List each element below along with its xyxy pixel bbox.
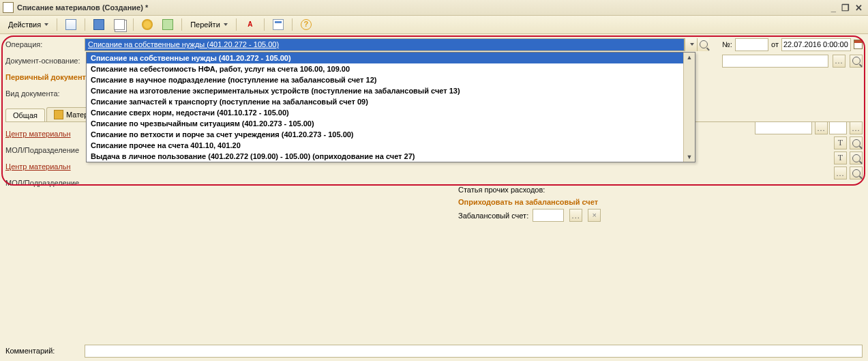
dropdown-item[interactable]: Списание запчастей к транспорту (поступл…	[87, 96, 695, 107]
dropdown-item[interactable]: Списание в научное подразделение (поступ…	[87, 74, 695, 85]
operation-label: Операция:	[5, 40, 85, 48]
window-title: Списание материалов (Создание) *	[17, 3, 148, 12]
dropdown-item[interactable]: Выдача в личное пользование (401.20.272 …	[87, 151, 695, 162]
search-icon	[852, 169, 860, 177]
disk-icon	[93, 19, 104, 30]
comment-label: Комментарий:	[5, 347, 85, 355]
aux-lookup-3[interactable]	[850, 167, 863, 179]
toolbar-separator	[292, 18, 293, 31]
aux-lookup-2[interactable]	[850, 151, 863, 164]
toolbar-separator	[181, 18, 182, 31]
obal-open-button[interactable]: ...	[569, 209, 582, 222]
doc-base-field[interactable]	[722, 55, 828, 68]
row-mol-2: МОЛ/Подразделение	[5, 175, 863, 190]
t-button-1[interactable]: T	[834, 136, 847, 149]
comment-row: Комментарий:	[5, 343, 863, 358]
stat-rash-label: Статья прочих расходов:	[458, 186, 545, 194]
document-icon	[65, 19, 76, 30]
dropdown-item[interactable]: Списание на изготовление экспериментальн…	[87, 85, 695, 96]
right-edge-controls: ... ... T T ...	[755, 121, 863, 179]
structure-button[interactable]	[158, 17, 177, 32]
ellipsis-icon: ...	[836, 169, 844, 177]
report-icon	[273, 19, 284, 30]
app-icon	[3, 2, 14, 13]
dropdown-item[interactable]: Списание по чрезвычайным ситуациям (401.…	[87, 118, 695, 129]
comment-field[interactable]	[85, 345, 863, 358]
toolbar-separator	[264, 18, 265, 31]
close-icon: ×	[592, 212, 596, 219]
center-mat-label: Центр материальн	[5, 130, 71, 138]
calendar-icon[interactable]	[854, 40, 863, 49]
form-content: Операция: Списание на собственные нужды …	[0, 34, 868, 190]
tab-materials-label: Матер	[66, 111, 88, 119]
aux-open-1b[interactable]: ...	[850, 121, 863, 134]
aux-field-1[interactable]	[755, 121, 812, 134]
primary-doc-label: Первичный документ	[5, 73, 86, 81]
doc-type-label: Вид документа:	[5, 89, 85, 98]
number-label: №:	[722, 40, 732, 48]
post-button[interactable]	[138, 17, 157, 32]
report-button[interactable]	[269, 17, 288, 32]
grid-icon	[54, 110, 63, 119]
operation-select[interactable]: Списание на собственные нужды (401.20.27…	[85, 38, 685, 51]
doc-base-open-button[interactable]: ...	[833, 55, 845, 68]
ellipsis-icon: ...	[835, 57, 843, 65]
restore-button[interactable]: ❐	[839, 3, 852, 13]
scroll-up-icon[interactable]: ▲	[687, 53, 693, 62]
operation-dropdown-button[interactable]	[685, 38, 697, 51]
scroll-down-icon[interactable]: ▼	[687, 152, 693, 162]
aux-lookup-1[interactable]	[850, 136, 863, 149]
aux-field-1b[interactable]	[829, 121, 847, 134]
tree-icon	[162, 19, 173, 30]
aux-open-1[interactable]: ...	[815, 121, 828, 134]
actions-menu[interactable]: Действия	[4, 18, 53, 31]
doc-base-label: Документ-основание:	[5, 57, 85, 65]
go-menu[interactable]: Перейти	[186, 18, 232, 31]
obal-account-label: Забалансовый счет:	[458, 212, 528, 220]
mid-right-block: Статья прочих расходов: Оприходовать на …	[458, 183, 601, 222]
new-button[interactable]	[61, 17, 80, 32]
chevron-down-icon	[44, 23, 48, 26]
help-button[interactable]: ?	[297, 17, 316, 32]
copy-icon	[114, 19, 125, 30]
minimize-button[interactable]: _	[828, 3, 839, 13]
dropdown-item[interactable]: Списание на себестоимость НФА, работ, ус…	[87, 63, 695, 74]
search-icon	[852, 57, 860, 65]
go-label: Перейти	[190, 20, 220, 29]
doc-base-lookup-button[interactable]	[850, 55, 863, 68]
tab-general[interactable]: Общая	[5, 109, 45, 121]
operation-dropdown-list[interactable]: Списание на собственные нужды (401.20.27…	[86, 52, 695, 162]
copy-button[interactable]	[110, 17, 129, 32]
title-bar: Списание материалов (Создание) * _ ❐ ✕	[0, 0, 868, 16]
ellipsis-icon: ...	[817, 124, 825, 132]
obal-account-field[interactable]	[533, 209, 564, 222]
obal-clear-button[interactable]: ×	[588, 209, 601, 222]
t-button-2[interactable]: T	[834, 151, 847, 164]
ellipsis-icon: ...	[572, 212, 580, 220]
dropdown-item[interactable]: Списание по ветхости и порче за счет учр…	[87, 129, 695, 140]
save-button[interactable]	[89, 17, 108, 32]
obal-title: Оприходовать на забалансовый счет	[458, 198, 601, 206]
mol-label: МОЛ/Подразделение	[5, 146, 79, 154]
date-field[interactable]: 22.07.2016 0:00:00	[781, 38, 851, 51]
dropdown-item[interactable]: Списание на собственные нужды (401.20.27…	[87, 53, 695, 63]
header-right: №: от 22.07.2016 0:00:00 ...	[722, 37, 863, 70]
dropdown-item[interactable]: Списание прочее на счета 401.10, 401.20	[87, 140, 695, 151]
chevron-down-icon	[690, 43, 694, 46]
dropdown-item[interactable]: Списание сверх норм, недостачи (401.10.1…	[87, 107, 695, 118]
akt-button[interactable]: А	[241, 17, 260, 32]
mol-label-2: МОЛ/Подразделение	[5, 179, 79, 187]
ellipsis-icon: ...	[852, 124, 860, 132]
center-mat-label-2: Центр материальн	[5, 162, 71, 171]
search-icon	[700, 40, 708, 48]
toolbar: Действия Перейти А ?	[0, 16, 868, 34]
toolbar-separator	[236, 18, 237, 31]
toolbar-separator	[133, 18, 134, 31]
dropdown-scrollbar[interactable]: ▲ ▼	[683, 53, 695, 162]
number-field[interactable]	[735, 38, 768, 51]
toolbar-separator	[85, 18, 85, 31]
aux-open-3[interactable]: ...	[834, 167, 847, 179]
actions-label: Действия	[8, 20, 41, 29]
operation-lookup-button[interactable]	[697, 38, 709, 51]
close-window-button[interactable]: ✕	[852, 3, 865, 13]
